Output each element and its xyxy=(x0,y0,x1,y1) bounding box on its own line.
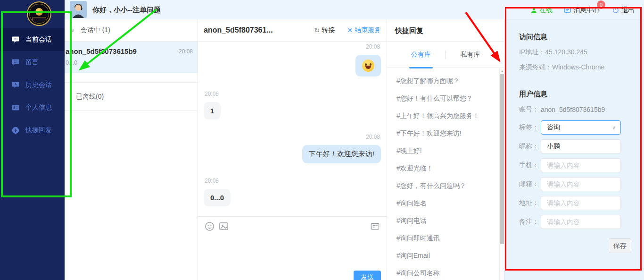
chevron-right-icon: › xyxy=(70,93,72,100)
remark-row: 备注： xyxy=(519,215,644,229)
email-label: 邮箱： xyxy=(519,180,541,188)
chat-toolbar xyxy=(198,217,387,231)
message-list: 20:08 20:08 1 20:08 下午好！欢迎您来访! 20:08 0..… xyxy=(198,42,387,216)
logout-button[interactable]: 退出 xyxy=(612,6,635,15)
id-card-icon xyxy=(12,104,19,111)
lightning-circle-icon xyxy=(12,127,19,134)
brand-logo xyxy=(27,1,51,26)
sidebar: 当前会话 留言 历史会话 个人信息 xyxy=(0,0,65,280)
sidebar-item-profile[interactable]: 个人信息 xyxy=(0,96,65,119)
agent-avatar xyxy=(70,1,87,18)
chevron-down-icon: ∨ xyxy=(612,125,616,131)
message-timestamp: 20:08 xyxy=(205,178,380,184)
remark-field[interactable] xyxy=(541,215,621,229)
chevron-down-icon: ∨ xyxy=(71,27,75,34)
image-upload-icon[interactable] xyxy=(219,221,229,231)
quick-reply-item[interactable]: #下午好！欢迎您来访! xyxy=(387,125,504,142)
online-person-icon xyxy=(531,8,537,14)
group-offline[interactable]: › 已离线(0) xyxy=(65,83,198,111)
online-status[interactable]: 在线 xyxy=(531,6,553,15)
phone-field[interactable] xyxy=(541,158,621,172)
message-bubble-incoming: 1 xyxy=(204,102,221,119)
message-center-label: 消息中心 xyxy=(573,6,600,15)
quick-reply-item[interactable]: #欢迎光临！ xyxy=(387,160,504,177)
tab-public-library[interactable]: 公有库 xyxy=(396,51,446,59)
message-center-icon xyxy=(564,7,571,14)
sidebar-item-history-session[interactable]: 历史会话 xyxy=(0,74,65,96)
chat-bubble-dots-icon xyxy=(12,36,19,43)
smiley-emoji xyxy=(362,59,374,72)
sidebar-item-label: 当前会话 xyxy=(25,35,52,44)
conversation-list-panel: ∨ 会话中 (1) anon_5d5f8073615b9 20:08 0...0… xyxy=(65,19,198,280)
quick-phrase-icon[interactable] xyxy=(370,221,380,231)
quick-reply-item[interactable]: #您想了解哪方面呢？ xyxy=(387,72,504,90)
online-status-label: 在线 xyxy=(539,6,553,15)
message-row: 下午好！欢迎您来访! xyxy=(198,145,387,163)
sidebar-item-label: 快捷回复 xyxy=(25,126,52,135)
power-icon xyxy=(612,7,619,14)
spacer xyxy=(519,78,644,90)
sidebar-item-label: 个人信息 xyxy=(25,103,52,112)
message-timestamp: 20:08 xyxy=(205,43,380,50)
tab-private-library[interactable]: 私有库 xyxy=(446,51,495,59)
agent-greeting: 你好，小小--注单问题 xyxy=(92,6,161,15)
remark-label: 备注： xyxy=(519,218,541,226)
brand-logo-band xyxy=(32,17,46,20)
quick-reply-title: 快捷回复 xyxy=(387,19,504,42)
visitor-terminal: 来源终端：Windows-Chrome xyxy=(519,63,644,72)
group-in-session[interactable]: ∨ 会话中 (1) xyxy=(65,19,198,42)
quick-reply-scrollbar[interactable]: ▲ xyxy=(499,68,504,280)
end-service-button[interactable]: ✕ 结束服务 xyxy=(347,26,381,34)
phone-row: 手机： xyxy=(519,158,644,172)
address-field[interactable] xyxy=(541,196,621,210)
transfer-icon: ↻ xyxy=(314,26,320,34)
quick-reply-item[interactable]: #上午好！很高兴为您服务！ xyxy=(387,107,504,125)
tag-select[interactable]: 咨询 ∨ xyxy=(541,120,621,135)
transfer-button[interactable]: ↻ 转接 xyxy=(314,26,335,34)
agent-workbench: 你好，小小--注单问题 在线 消息中心 0 退出 xyxy=(0,0,644,280)
account-value: anon_5d5f8073615b9 xyxy=(541,106,605,113)
scrollbar-thumb[interactable] xyxy=(500,74,504,244)
message-count-badge: 0 xyxy=(597,0,605,9)
tag-row: 标签： 咨询 ∨ xyxy=(519,120,644,135)
quick-reply-item[interactable]: #询问即时通讯 xyxy=(387,229,504,247)
sidebar-item-messages[interactable]: 留言 xyxy=(0,51,65,74)
sidebar-item-label: 历史会话 xyxy=(25,81,52,89)
quick-reply-item[interactable]: #询问公司名称 xyxy=(387,264,504,280)
emoji-picker-icon[interactable] xyxy=(205,221,215,231)
message-timestamp: 20:08 xyxy=(205,91,380,97)
save-button[interactable]: 保存 xyxy=(609,238,631,253)
send-button[interactable]: 发送 xyxy=(354,271,381,280)
chat-input-area: 发送 xyxy=(198,216,387,280)
quick-reply-item[interactable]: #您好！有什么可以帮您？ xyxy=(387,90,504,107)
history-chat-icon xyxy=(12,81,19,89)
message-bubble-incoming: 0...0 xyxy=(204,189,231,206)
message-input[interactable] xyxy=(198,237,387,270)
message-bubble-outgoing: 下午好！欢迎您来访! xyxy=(302,145,381,163)
quick-reply-item[interactable]: #晚上好! xyxy=(387,142,504,160)
quick-reply-panel: 快捷回复 公有库 私有库 #您想了解哪方面呢？ #您好！有什么可以帮您？ #上午… xyxy=(387,19,504,280)
sidebar-item-quick-reply[interactable]: 快捷回复 xyxy=(0,119,65,142)
sidebar-item-current-session[interactable]: 当前会话 xyxy=(0,28,65,51)
close-icon: ✕ xyxy=(347,26,353,34)
scrollbar-up-arrow[interactable]: ▲ xyxy=(500,68,504,74)
message-timestamp: 20:08 xyxy=(205,134,380,140)
email-field[interactable] xyxy=(541,177,621,191)
conversation-list-item[interactable]: anon_5d5f8073615b9 20:08 0...0 xyxy=(65,42,198,73)
nickname-field[interactable] xyxy=(541,139,621,153)
end-service-label: 结束服务 xyxy=(355,26,381,34)
message-center-button[interactable]: 消息中心 xyxy=(564,6,600,15)
divider xyxy=(65,73,198,83)
quick-reply-item[interactable]: #询问电话 xyxy=(387,212,504,229)
quick-reply-item[interactable]: #您好，有什么问题吗？ xyxy=(387,177,504,195)
message-note-icon xyxy=(12,59,19,66)
chat-header: anon_5d5f807361... ↻ 转接 ✕ 结束服务 xyxy=(198,19,387,42)
quick-reply-item[interactable]: #询问Email xyxy=(387,247,504,264)
group-in-session-label: 会话中 (1) xyxy=(81,26,110,34)
quick-reply-tabs: 公有库 私有库 xyxy=(387,42,504,68)
quick-reply-list: #您想了解哪方面呢？ #您好！有什么可以帮您？ #上午好！很高兴为您服务！ #下… xyxy=(387,68,504,280)
quick-reply-item[interactable]: #询问姓名 xyxy=(387,195,504,212)
group-offline-label: 已离线(0) xyxy=(76,93,104,101)
message-row xyxy=(198,55,387,76)
message-bubble-outgoing xyxy=(355,55,381,76)
